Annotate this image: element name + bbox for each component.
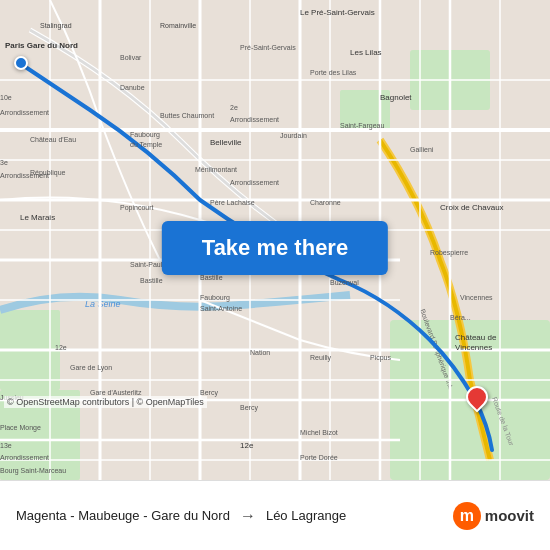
svg-text:Saint-Antoine: Saint-Antoine: [200, 305, 242, 312]
svg-text:Arrondissement: Arrondissement: [230, 116, 279, 123]
svg-text:Popincourt: Popincourt: [120, 204, 154, 212]
svg-text:12e: 12e: [55, 344, 67, 351]
route-info: Magenta - Maubeuge - Gare du Nord → Léo …: [16, 507, 453, 525]
svg-text:Faubourg: Faubourg: [130, 131, 160, 139]
svg-text:Le Pré-Saint-Gervais: Le Pré-Saint-Gervais: [300, 8, 375, 17]
moovit-text: moovit: [485, 507, 534, 524]
svg-text:Bagnolet: Bagnolet: [380, 93, 412, 102]
svg-text:Père Lachaise: Père Lachaise: [210, 199, 255, 206]
svg-text:Bolivar: Bolivar: [120, 54, 142, 61]
svg-text:Nation: Nation: [250, 349, 270, 356]
svg-text:Romainville: Romainville: [160, 22, 196, 29]
map-attribution: © OpenStreetMap contributors | © OpenMap…: [4, 396, 207, 408]
svg-text:Charonne: Charonne: [310, 199, 341, 206]
svg-text:Arrondissement: Arrondissement: [0, 454, 49, 461]
origin-marker: [14, 56, 28, 70]
svg-text:Paris Gare du Nord: Paris Gare du Nord: [5, 41, 78, 50]
take-me-there-button[interactable]: Take me there: [162, 221, 388, 275]
svg-text:12e: 12e: [240, 441, 254, 450]
svg-text:Picpus: Picpus: [370, 354, 392, 362]
svg-text:Arrondissement: Arrondissement: [230, 179, 279, 186]
svg-text:Gallieni: Gallieni: [410, 146, 434, 153]
svg-text:Reuilly: Reuilly: [310, 354, 332, 362]
moovit-icon: m: [453, 502, 481, 530]
svg-text:Michel Bizot: Michel Bizot: [300, 429, 338, 436]
origin-label: Magenta - Maubeuge - Gare du Nord: [16, 508, 230, 523]
svg-text:Faubourg: Faubourg: [200, 294, 230, 302]
svg-text:du Temple: du Temple: [130, 141, 162, 149]
svg-text:Ménilmontant: Ménilmontant: [195, 166, 237, 173]
destination-label: Léo Lagrange: [266, 508, 346, 523]
svg-text:Robespierre: Robespierre: [430, 249, 468, 257]
destination-pin: [466, 386, 488, 408]
svg-text:2e: 2e: [230, 104, 238, 111]
svg-text:3e: 3e: [0, 159, 8, 166]
svg-text:Vincennes: Vincennes: [455, 343, 492, 352]
map-container: La Seine Boulevard Périphérique Int.: [0, 0, 550, 480]
bottom-bar: Magenta - Maubeuge - Gare du Nord → Léo …: [0, 480, 550, 550]
svg-text:Jourdain: Jourdain: [280, 132, 307, 139]
svg-text:Stalingrad: Stalingrad: [40, 22, 72, 30]
svg-text:10e: 10e: [0, 94, 12, 101]
svg-text:Gare d'Austerlitz: Gare d'Austerlitz: [90, 389, 142, 396]
svg-text:13e: 13e: [0, 442, 12, 449]
svg-text:Saint-Paul: Saint-Paul: [130, 261, 163, 268]
svg-text:Porte Dorée: Porte Dorée: [300, 454, 338, 461]
svg-text:Pré-Saint-Gervais: Pré-Saint-Gervais: [240, 44, 296, 51]
svg-text:Belleville: Belleville: [210, 138, 242, 147]
svg-text:Bastille: Bastille: [140, 277, 163, 284]
svg-text:Buttes Chaumont: Buttes Chaumont: [160, 112, 214, 119]
svg-text:Place Monge: Place Monge: [0, 424, 41, 432]
svg-text:Buzenval: Buzenval: [330, 279, 359, 286]
svg-text:Béra...: Béra...: [450, 314, 471, 321]
pin-marker: [461, 381, 492, 412]
moovit-logo: m moovit: [453, 502, 534, 530]
svg-text:Château d'Eau: Château d'Eau: [30, 136, 76, 143]
svg-text:Gare de Lyon: Gare de Lyon: [70, 364, 112, 372]
svg-text:Vincennes: Vincennes: [460, 294, 493, 301]
svg-text:Bercy: Bercy: [240, 404, 258, 412]
svg-text:Saint-Fargeau: Saint-Fargeau: [340, 122, 384, 130]
svg-text:République: République: [30, 169, 66, 177]
svg-text:Porte des Lilas: Porte des Lilas: [310, 69, 357, 76]
svg-text:Arrondissement: Arrondissement: [0, 109, 49, 116]
svg-text:Le Marais: Le Marais: [20, 213, 55, 222]
arrow-icon: →: [240, 507, 256, 525]
svg-text:Croix de Chavaux: Croix de Chavaux: [440, 203, 504, 212]
svg-text:Bastille: Bastille: [200, 274, 223, 281]
svg-text:Bourg Saint-Marceau: Bourg Saint-Marceau: [0, 467, 66, 475]
svg-text:Danube: Danube: [120, 84, 145, 91]
svg-text:Château de: Château de: [455, 333, 497, 342]
svg-text:Les Lilas: Les Lilas: [350, 48, 382, 57]
